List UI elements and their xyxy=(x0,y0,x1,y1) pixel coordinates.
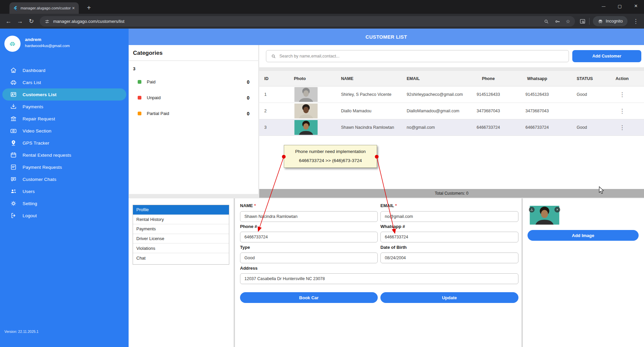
book-car-button[interactable]: Book Car xyxy=(240,292,378,303)
category-row[interactable]: Paid 0 xyxy=(129,74,258,90)
cell-id: 2 xyxy=(264,109,294,113)
col-email: EMAIL xyxy=(407,76,464,81)
reload-button[interactable]: ↻ xyxy=(26,17,37,25)
sidebar-item-users[interactable]: Users xyxy=(2,185,126,197)
customer-photo[interactable] xyxy=(294,87,341,102)
search-input[interactable] xyxy=(279,54,569,59)
type-input[interactable] xyxy=(240,253,377,263)
sidebar-item-gps-tracker[interactable]: GPS Tracker xyxy=(2,137,126,149)
sidebar-item-dashboard[interactable]: Dashboard xyxy=(2,64,126,76)
back-button[interactable]: ← xyxy=(3,18,14,25)
sidebar-item-logout[interactable]: Logout xyxy=(2,209,126,222)
phone-field[interactable] xyxy=(240,232,378,242)
row-menu-icon[interactable]: ⋮ xyxy=(600,108,644,115)
sidebar-item-video-section[interactable]: Video Section xyxy=(2,125,126,137)
update-button[interactable]: Update xyxy=(380,292,518,303)
new-tab-button[interactable]: + xyxy=(84,3,94,13)
address-label: Address xyxy=(240,266,378,271)
table-row[interactable]: 1 Shirley, S Pacheco Vicente 92shirleypa… xyxy=(259,86,644,103)
whatsapp-label: Whatsapp # xyxy=(380,224,518,229)
category-label: Unpaid xyxy=(147,95,247,100)
tab-payments[interactable]: Payments xyxy=(133,224,229,234)
sidebar-item-customers-list[interactable]: Customers List xyxy=(2,88,126,101)
sidebar-item-rental-extend-requests[interactable]: Rental Extend requests xyxy=(2,149,126,161)
categories-total: 3 xyxy=(129,61,258,71)
required-mark: * xyxy=(395,203,397,208)
customer-image[interactable]: × xyxy=(528,206,562,225)
add-customer-button[interactable]: Add Customer xyxy=(572,50,641,62)
browser-menu-icon[interactable]: ⋮ xyxy=(631,18,641,25)
customer-photo[interactable] xyxy=(294,104,341,118)
sidebar-item-payment-requests[interactable]: Payment Requests xyxy=(2,161,126,173)
whatsapp-input[interactable] xyxy=(381,232,518,242)
search-box[interactable] xyxy=(266,50,569,62)
tab-violations[interactable]: Violations xyxy=(133,243,229,253)
table-row[interactable]: 3 Shawn Nacindra Ramlowtan no@gmail.com … xyxy=(259,119,644,136)
cell-email: DialloMamadou@gmail.com xyxy=(407,109,464,113)
phone-input[interactable] xyxy=(240,232,377,242)
row-menu-icon[interactable]: ⋮ xyxy=(600,91,644,98)
tab-strip: manager.alugago.com/custome × + — ▢ × xyxy=(0,0,644,14)
type-field[interactable] xyxy=(240,253,378,263)
category-count: 0 xyxy=(247,79,249,85)
tab-rental-history[interactable]: Rental History xyxy=(133,215,229,225)
user-name: andrem xyxy=(25,37,41,42)
window-close-button[interactable]: × xyxy=(628,0,644,12)
annotation-note: Phone number need implementation 6466733… xyxy=(284,145,377,168)
sidebar-item-customer-chats[interactable]: Customer Chats xyxy=(2,173,126,185)
url-text[interactable]: manager.alugago.com/customers/list xyxy=(53,19,544,24)
address-input[interactable] xyxy=(240,274,518,284)
table-row[interactable]: 2 Diallo Mamadou DialloMamadou@gmail.com… xyxy=(259,103,644,119)
browser-tab[interactable]: manager.alugago.com/custome × xyxy=(9,2,79,14)
avatar[interactable] xyxy=(4,36,21,52)
profile-form: NAME * EMAIL * Phone # Whatsapp # Type D… xyxy=(235,198,521,347)
sidebar-item-cars-list[interactable]: Cars List xyxy=(2,76,126,88)
toolbar-divider xyxy=(589,18,589,25)
name-field[interactable] xyxy=(240,211,378,222)
category-color-dot xyxy=(138,112,141,115)
window-maximize-button[interactable]: ▢ xyxy=(612,0,628,12)
window-controls: — ▢ × xyxy=(596,0,644,14)
add-image-button[interactable]: Add Image xyxy=(528,230,639,241)
download-image-icon[interactable] xyxy=(529,207,535,213)
pin-icon xyxy=(10,139,17,147)
incognito-label: Incognito xyxy=(606,19,623,24)
main-content: CUSTOMER LIST Categories 3 Paid 0 Unpaid… xyxy=(129,29,644,347)
email-input[interactable] xyxy=(381,211,518,222)
window-minimize-button[interactable]: — xyxy=(596,0,612,12)
side-panel-icon[interactable] xyxy=(579,18,586,25)
tab-chat[interactable]: Chat xyxy=(133,253,229,263)
sidebar-item-setting[interactable]: Setting xyxy=(2,197,126,209)
forward-button[interactable]: → xyxy=(14,18,26,25)
users-icon xyxy=(10,188,17,195)
remove-image-icon[interactable]: × xyxy=(554,207,560,213)
gear-icon xyxy=(10,200,17,207)
address-bar[interactable]: manager.alugago.com/customers/list ☆ xyxy=(40,16,575,27)
category-row[interactable]: Unpaid 0 xyxy=(129,90,258,106)
email-field[interactable] xyxy=(380,211,518,222)
browser-window: manager.alugago.com/custome × + — ▢ × ← … xyxy=(0,0,644,347)
whatsapp-field[interactable] xyxy=(380,232,518,242)
bookmark-star-icon[interactable]: ☆ xyxy=(566,18,570,25)
search-this-page-icon[interactable] xyxy=(544,19,549,24)
tab-close-icon[interactable]: × xyxy=(71,5,76,11)
tab-profile[interactable]: Profile xyxy=(133,205,229,215)
name-input[interactable] xyxy=(240,211,377,222)
video-icon xyxy=(10,127,17,134)
category-row[interactable]: Partial Paid 0 xyxy=(129,106,258,121)
home-icon xyxy=(10,67,17,74)
cell-phone: 6466733724 xyxy=(464,125,513,130)
site-info-icon[interactable] xyxy=(44,19,50,24)
dob-field[interactable] xyxy=(380,253,518,263)
sidebar-item-repair-request[interactable]: Repair Request xyxy=(2,113,126,125)
dob-input[interactable] xyxy=(381,253,518,263)
customer-photo[interactable] xyxy=(294,120,341,135)
password-key-icon[interactable] xyxy=(554,18,561,25)
row-menu-icon[interactable]: ⋮ xyxy=(600,124,644,131)
address-field[interactable] xyxy=(240,273,518,284)
tab-driver-license[interactable]: Driver License xyxy=(133,234,229,244)
type-label: Type xyxy=(240,245,378,250)
cell-email: no@gmail.com xyxy=(407,125,464,130)
sidebar-item-payments[interactable]: Payments xyxy=(2,101,126,113)
cell-status: Good xyxy=(562,125,600,130)
